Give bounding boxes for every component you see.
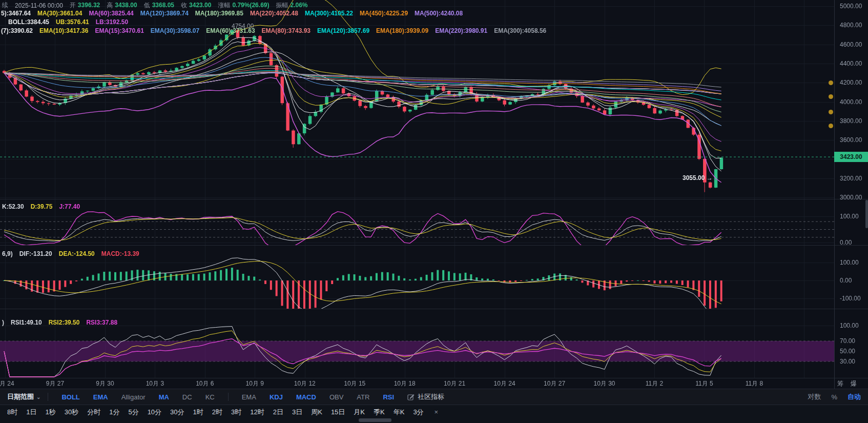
indicator-toolbar: 日期范围 ⌄ BOLLEMAAlligatorMADCKC EMAKDJMACD…: [0, 389, 868, 405]
date-axis-label: 10月 6: [196, 379, 214, 388]
timeframe-季K[interactable]: 季K: [374, 408, 385, 417]
scale-option-自动[interactable]: 自动: [848, 392, 861, 401]
timeframe-周K[interactable]: 周K: [311, 408, 322, 417]
macd-axis-label: -100.00: [840, 295, 861, 302]
timeframe-15日[interactable]: 15日: [331, 408, 345, 417]
date-axis-label: 9月 24: [0, 379, 14, 388]
timeframe-5分[interactable]: 5分: [128, 408, 138, 417]
date-axis-label: 11月 5: [695, 379, 713, 388]
date-axis-label: 10月 27: [544, 379, 565, 388]
timeframe-年K[interactable]: 年K: [394, 408, 405, 417]
timeframe-3时[interactable]: 3时: [231, 408, 241, 417]
date-axis[interactable]: 9月 249月 279月 3010月 310月 610月 910月 1210月 …: [0, 378, 868, 389]
toolbar-divider: [228, 393, 229, 401]
edit-icon: [407, 393, 415, 400]
rsi-axis-label: 70.00: [840, 337, 855, 345]
timeframe-8时[interactable]: 8时: [7, 408, 17, 417]
scale-option-对数[interactable]: 对数: [808, 392, 821, 401]
price-axis: 5000.004800.004600.004400.004200.004000.…: [834, 0, 868, 389]
indicator-toggle-boll[interactable]: BOLL: [61, 393, 79, 401]
timeframe-bar: 8时1日1秒30秒分时1分5分10分30分1时2时3时12时2日3日周K15日月…: [0, 405, 868, 423]
timeframe-10分[interactable]: 10分: [148, 408, 161, 417]
date-axis-label: 10月 12: [294, 379, 316, 388]
chip-toggle-1[interactable]: 爆: [851, 379, 857, 388]
timeframe-1时[interactable]: 1时: [193, 408, 203, 417]
pane-separator: [0, 309, 868, 309]
timeframe-1秒[interactable]: 1秒: [45, 408, 55, 417]
price-axis-label: 3200.00: [840, 175, 862, 182]
scale-option-%[interactable]: %: [831, 393, 837, 401]
rsi-axis-label: 50.00: [840, 348, 855, 355]
timeframe-2时[interactable]: 2时: [212, 408, 222, 417]
kdj-axis-label: 100.00: [840, 213, 859, 220]
kdj-axis-label: 0.00: [840, 239, 852, 246]
timeframe-2日[interactable]: 2日: [273, 408, 283, 417]
date-axis-label: 10月 21: [444, 379, 465, 388]
indicator-toggle-dc[interactable]: DC: [182, 393, 192, 401]
indicator-toggle-rsi[interactable]: RSI: [383, 393, 394, 401]
price-axis-label: 3600.00: [840, 136, 862, 144]
date-axis-label: 10月 24: [494, 379, 515, 388]
indicator-toggle-alligator[interactable]: Alligator: [121, 393, 146, 401]
indicator-toggle-atr[interactable]: ATR: [357, 393, 369, 401]
chevron-down-icon: ⌄: [36, 394, 40, 400]
vertical-scrollbar-thumb[interactable]: [865, 200, 868, 228]
indicator-toggle-ema[interactable]: EMA: [93, 393, 108, 401]
price-axis-label: 3000.00: [840, 194, 862, 201]
date-axis-label: 9月 27: [46, 379, 64, 388]
timeframe-1日[interactable]: 1日: [26, 408, 36, 417]
indicator-toggle-kdj[interactable]: KDJ: [270, 393, 283, 401]
price-axis-label: 4200.00: [840, 79, 862, 86]
timeframe-30秒[interactable]: 30秒: [65, 408, 78, 417]
session-high-label: 4754.00: [232, 23, 254, 30]
pane-separator: [0, 199, 868, 199]
timeframe-3分[interactable]: 3分: [413, 408, 423, 417]
date-axis-label: 10月 18: [394, 379, 416, 388]
date-axis-label: 9月 30: [96, 379, 114, 388]
session-low-label: 3055.00 →: [683, 174, 713, 182]
macd-axis-label: 100.00: [840, 259, 859, 266]
price-axis-label: 3800.00: [840, 117, 862, 125]
event-marker-dot[interactable]: [829, 110, 833, 114]
price-axis-label: 4800.00: [840, 22, 862, 29]
timeframe-分时[interactable]: 分时: [87, 408, 100, 417]
indicator-toggle-ma[interactable]: MA: [159, 393, 169, 401]
community-indicators-label: 社区指标: [418, 392, 444, 401]
indicator-toggle-kc[interactable]: KC: [205, 393, 215, 401]
timeframe-12时[interactable]: 12时: [250, 408, 264, 417]
event-marker-dot[interactable]: [829, 80, 833, 85]
toolbar-divider: [48, 393, 48, 401]
pane-separator: [0, 245, 868, 246]
date-axis-label: 11月 2: [646, 379, 663, 388]
rsi-axis-label: 30.00: [840, 358, 855, 365]
main-chart-canvas[interactable]: [0, 0, 834, 378]
chart-area[interactable]: 续2025-11-06 00:00开3396.32高3438.00低3368.0…: [0, 0, 868, 378]
date-axis-label: 10月 15: [344, 379, 365, 388]
indicator-toggle-ema[interactable]: EMA: [242, 393, 256, 401]
date-range-label: 日期范围: [7, 392, 34, 401]
price-axis-label: 4000.00: [840, 98, 862, 106]
event-marker-dot[interactable]: [829, 124, 833, 128]
date-axis-label: 10月 9: [246, 379, 264, 388]
community-indicators-button[interactable]: 社区指标: [407, 392, 444, 401]
horizontal-scrollbar-thumb[interactable]: [359, 418, 391, 422]
timeframe-月K[interactable]: 月K: [354, 408, 365, 417]
indicator-toggle-obv[interactable]: OBV: [329, 393, 343, 401]
close-icon[interactable]: ×: [435, 408, 439, 416]
price-axis-label: 4400.00: [840, 60, 862, 67]
event-marker-dot[interactable]: [829, 94, 833, 99]
date-axis-label: 10月 30: [594, 379, 615, 388]
date-axis-label: 11月 8: [746, 379, 763, 388]
price-axis-label: 5000.00: [840, 3, 862, 10]
timeframe-1分[interactable]: 1分: [109, 408, 119, 417]
current-price-badge: 3423.00: [834, 152, 868, 162]
indicator-toggle-macd[interactable]: MACD: [296, 393, 316, 401]
price-axis-label: 4600.00: [840, 41, 862, 48]
timeframe-30分[interactable]: 30分: [170, 408, 184, 417]
rsi-axis-label: 100.00: [840, 322, 859, 329]
chip-toggle-0[interactable]: 筹: [837, 379, 843, 388]
macd-axis-label: 0.00: [840, 277, 852, 284]
date-range-button[interactable]: 日期范围 ⌄: [7, 392, 40, 401]
timeframe-3日[interactable]: 3日: [292, 408, 302, 417]
date-axis-label: 10月 3: [146, 379, 164, 388]
